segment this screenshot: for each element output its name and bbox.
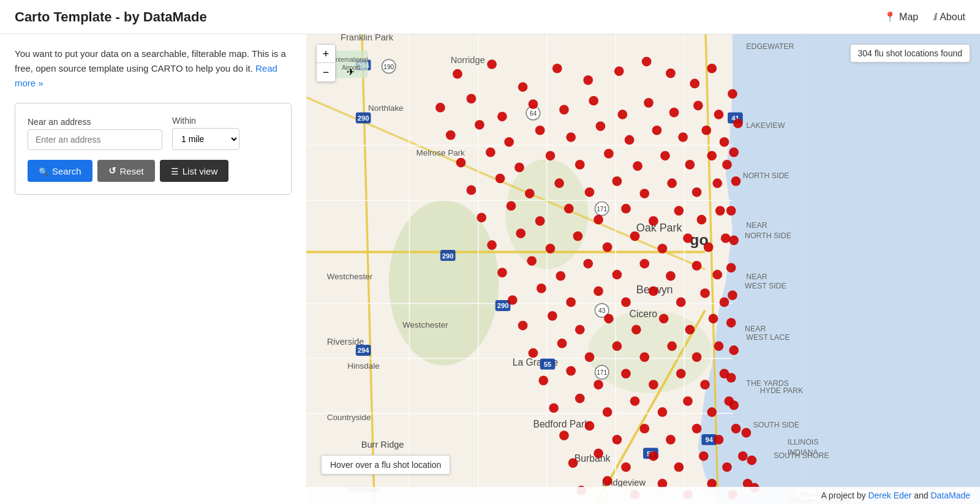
svg-point-255 bbox=[747, 456, 756, 465]
svg-text:Westchester: Westchester bbox=[327, 272, 373, 281]
search-button[interactable]: Search bbox=[28, 160, 92, 182]
search-panel: Near an address Within 0.25 mile 0.5 mil… bbox=[15, 103, 292, 195]
svg-text:290: 290 bbox=[442, 252, 454, 260]
nav-about-label: About bbox=[940, 12, 965, 23]
svg-text:ILLINOIS: ILLINOIS bbox=[788, 438, 819, 446]
map-container: Oak Park Berwyn Cicero La Grange Bedford… bbox=[306, 34, 980, 504]
svg-point-251 bbox=[729, 345, 739, 355]
svg-point-205 bbox=[621, 369, 631, 378]
svg-point-182 bbox=[649, 287, 658, 296]
svg-point-128 bbox=[486, 148, 496, 157]
svg-text:Northlake: Northlake bbox=[368, 103, 404, 113]
svg-point-108 bbox=[529, 99, 538, 109]
svg-point-98 bbox=[552, 64, 562, 73]
reset-button[interactable]: Reset bbox=[97, 160, 155, 182]
svg-point-122 bbox=[625, 135, 635, 145]
svg-text:NEAR: NEAR bbox=[746, 221, 767, 230]
map-svg[interactable]: Oak Park Berwyn Cicero La Grange Bedford… bbox=[306, 34, 980, 504]
svg-point-163 bbox=[630, 231, 640, 241]
zoom-out-button[interactable]: − bbox=[317, 63, 335, 81]
svg-point-173 bbox=[639, 259, 649, 269]
svg-point-170 bbox=[556, 271, 565, 281]
svg-point-113 bbox=[669, 108, 679, 118]
map-hover-tooltip: Hover over a flu shot location bbox=[321, 455, 450, 475]
svg-point-112 bbox=[644, 98, 654, 108]
svg-text:43: 43 bbox=[598, 307, 606, 314]
address-input[interactable] bbox=[28, 129, 162, 150]
svg-point-130 bbox=[546, 151, 556, 160]
svg-point-161 bbox=[573, 231, 583, 241]
svg-point-226 bbox=[568, 458, 578, 468]
svg-point-4 bbox=[389, 200, 499, 365]
svg-text:Cicero: Cicero bbox=[630, 309, 658, 319]
svg-point-199 bbox=[667, 341, 677, 351]
svg-point-174 bbox=[666, 271, 676, 281]
svg-point-143 bbox=[612, 176, 622, 186]
svg-point-252 bbox=[726, 373, 736, 383]
svg-point-219 bbox=[585, 421, 595, 431]
author2-link[interactable]: DataMade bbox=[930, 491, 970, 500]
listview-button[interactable]: List view bbox=[160, 160, 229, 182]
svg-point-196 bbox=[585, 352, 595, 362]
svg-point-152 bbox=[594, 215, 603, 225]
svg-point-194 bbox=[529, 348, 538, 358]
svg-point-254 bbox=[742, 428, 752, 438]
svg-point-244 bbox=[729, 148, 739, 157]
svg-point-180 bbox=[594, 287, 603, 296]
main-content: You want to put your data on a searchabl… bbox=[0, 34, 980, 504]
svg-point-159 bbox=[516, 228, 526, 238]
svg-point-106 bbox=[467, 94, 477, 103]
svg-text:290: 290 bbox=[358, 115, 369, 122]
svg-point-218 bbox=[559, 431, 569, 440]
svg-point-126 bbox=[720, 137, 729, 147]
svg-point-110 bbox=[589, 96, 598, 106]
svg-point-118 bbox=[504, 137, 514, 147]
svg-point-146 bbox=[692, 187, 702, 197]
page-title: Carto Template - by DataMade bbox=[15, 9, 207, 25]
svg-point-202 bbox=[538, 375, 548, 385]
svg-text:Bedford Park: Bedford Park bbox=[533, 419, 589, 429]
svg-point-169 bbox=[527, 256, 537, 266]
svg-text:290: 290 bbox=[497, 302, 509, 309]
svg-point-222 bbox=[666, 435, 676, 445]
nav-about[interactable]: ℹ About bbox=[933, 12, 965, 23]
svg-text:WEST LACE: WEST LACE bbox=[746, 333, 790, 342]
svg-point-221 bbox=[639, 424, 649, 434]
svg-point-200 bbox=[692, 352, 702, 362]
svg-point-142 bbox=[585, 187, 595, 197]
svg-point-214 bbox=[658, 407, 668, 417]
list-icon bbox=[171, 166, 179, 176]
svg-point-231 bbox=[699, 451, 709, 461]
svg-point-213 bbox=[630, 396, 640, 406]
svg-point-103 bbox=[690, 79, 699, 89]
svg-point-167 bbox=[721, 233, 731, 243]
svg-point-185 bbox=[720, 298, 729, 307]
zoom-in-button[interactable]: + bbox=[317, 45, 335, 63]
svg-point-145 bbox=[667, 178, 677, 188]
search-icon bbox=[39, 166, 48, 176]
svg-point-192 bbox=[685, 325, 695, 334]
svg-point-216 bbox=[707, 407, 717, 417]
author1-link[interactable]: Derek Eder bbox=[868, 491, 911, 500]
svg-point-193 bbox=[709, 314, 718, 323]
nav-map[interactable]: 📍 Map bbox=[884, 11, 918, 23]
address-label: Near an address bbox=[28, 117, 162, 127]
svg-point-144 bbox=[639, 189, 649, 198]
svg-point-227 bbox=[594, 448, 603, 458]
svg-point-99 bbox=[583, 75, 593, 85]
within-select[interactable]: 0.25 mile 0.5 mile 1 mile 2 miles 5 mile… bbox=[172, 128, 239, 150]
address-field-group: Near an address bbox=[28, 117, 162, 150]
svg-point-245 bbox=[731, 176, 741, 186]
svg-point-115 bbox=[714, 110, 724, 119]
svg-point-149 bbox=[507, 201, 516, 211]
svg-point-223 bbox=[692, 424, 702, 434]
svg-text:International: International bbox=[334, 56, 368, 63]
svg-point-148 bbox=[477, 213, 486, 222]
svg-point-189 bbox=[604, 314, 614, 323]
svg-text:Melrose Park: Melrose Park bbox=[417, 148, 466, 157]
svg-text:Burr Ridge: Burr Ridge bbox=[361, 440, 404, 449]
svg-point-162 bbox=[603, 243, 612, 252]
svg-point-187 bbox=[548, 311, 557, 321]
header: Carto Template - by DataMade 📍 Map ℹ Abo… bbox=[0, 0, 980, 34]
svg-point-175 bbox=[692, 261, 702, 271]
